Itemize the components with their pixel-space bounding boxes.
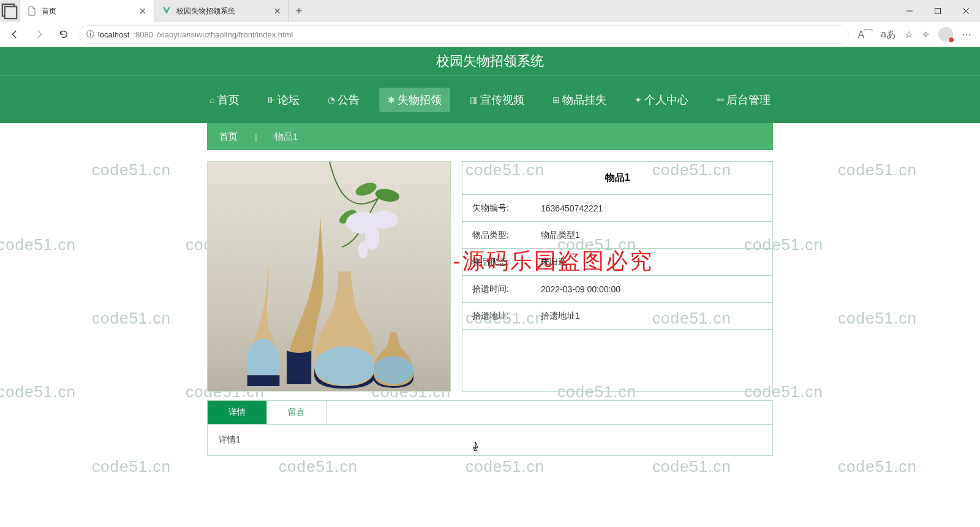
watermark: code51.cn — [838, 457, 917, 476]
nav-lost-found[interactable]: ✱失物招领 — [379, 88, 450, 112]
info-label: 拾遗地址: — [462, 311, 541, 322]
info-row: 物品状态: 未归还 — [462, 249, 772, 276]
watermark: code51.cn — [279, 457, 358, 476]
video-icon: ▥ — [470, 95, 478, 105]
grid-icon: ⊞ — [552, 95, 560, 105]
breadcrumb: 首页 | 物品1 — [207, 123, 773, 150]
url-path: /xiaoyuansiwuzhaoling/front/index.html — [157, 30, 293, 39]
collections-icon[interactable]: ✧ — [922, 29, 930, 40]
nav-notice[interactable]: ◔公告 — [319, 88, 368, 112]
profile-icon[interactable] — [938, 27, 953, 42]
tab-detail[interactable]: 详情 — [208, 401, 267, 424]
nav-forum[interactable]: ⊪论坛 — [259, 88, 308, 112]
svg-rect-3 — [935, 9, 941, 14]
site-info-icon[interactable]: ⓘ — [86, 29, 94, 40]
translate-icon[interactable]: aあ — [881, 28, 896, 41]
nav-lostreport[interactable]: ⊞物品挂失 — [544, 88, 615, 112]
info-value: 1636450742221 — [541, 203, 772, 213]
info-label: 物品状态: — [462, 257, 541, 268]
cursor-icon — [472, 441, 481, 453]
vue-icon — [162, 6, 172, 16]
info-row: 拾遗时间: 2022-03-09 00:00:00 — [462, 276, 772, 303]
tab-title: 首页 — [42, 6, 134, 17]
url-host: localhost — [98, 30, 129, 39]
info-label: 物品类型: — [462, 230, 541, 241]
nav-home[interactable]: ⌂首页 — [201, 88, 247, 112]
nav-video[interactable]: ▥宣传视频 — [461, 88, 533, 112]
back-button[interactable] — [5, 25, 24, 44]
breadcrumb-current: 物品1 — [274, 131, 298, 143]
close-icon[interactable]: ✕ — [274, 6, 281, 16]
minimize-button[interactable] — [895, 0, 924, 22]
svg-point-10 — [371, 211, 398, 229]
watermark: code51.cn — [92, 457, 171, 476]
favorites-icon[interactable]: ☆ — [905, 29, 913, 40]
browser-tab[interactable]: 校园失物招领系统 ✕ — [154, 0, 289, 22]
page-icon — [27, 6, 37, 16]
tab-actions-icon[interactable] — [0, 0, 20, 22]
read-aloud-icon[interactable]: A⁀ — [858, 29, 872, 40]
svg-point-13 — [314, 346, 375, 385]
svg-rect-1 — [5, 6, 17, 18]
detail-tabs: 详情 留言 — [207, 400, 773, 424]
info-row: 失物编号: 1636450742221 — [462, 195, 772, 222]
browser-chrome: 首页 ✕ 校园失物招领系统 ✕ + ⓘ localhost:8080/xiaoy… — [0, 0, 980, 47]
watermark: code51.cn — [466, 457, 545, 476]
nav-profile[interactable]: ✦个人中心 — [626, 88, 697, 112]
close-icon[interactable]: ✕ — [139, 6, 146, 16]
person-icon: ✦ — [635, 95, 642, 105]
tab-comments[interactable]: 留言 — [267, 401, 326, 424]
info-row: 物品类型: 物品类型1 — [462, 222, 772, 249]
site-title: 校园失物招领系统 — [0, 47, 980, 75]
maximize-button[interactable] — [924, 0, 952, 22]
info-row: 拾遗地址: 拾遗地址1 — [462, 303, 772, 330]
info-value: 物品类型1 — [541, 230, 772, 241]
info-value: 2022-03-09 00:00:00 — [541, 284, 772, 294]
menu-icon[interactable]: ⋯ — [962, 29, 971, 40]
info-label: 失物编号: — [462, 203, 541, 214]
new-tab-button[interactable]: + — [289, 5, 309, 18]
info-label: 拾遗时间: — [462, 284, 541, 295]
breadcrumb-home[interactable]: 首页 — [219, 131, 238, 143]
refresh-button[interactable] — [54, 25, 74, 44]
info-value: 未归还 — [541, 257, 772, 268]
forward-button[interactable] — [29, 25, 49, 44]
svg-point-7 — [374, 187, 401, 203]
item-info-panel: 物品1 失物编号: 1636450742221 物品类型: 物品类型1 物品状态… — [462, 161, 773, 392]
link-icon: ⚯ — [717, 95, 724, 105]
watermark: code51.cn — [652, 457, 731, 476]
item-image — [207, 161, 451, 392]
info-value: 拾遗地址1 — [541, 311, 772, 322]
nav-admin[interactable]: ⚯后台管理 — [708, 88, 779, 112]
breadcrumb-sep: | — [255, 132, 257, 142]
main-nav: ⌂首页 ⊪论坛 ◔公告 ✱失物招领 ▥宣传视频 ⊞物品挂失 ✦个人中心 ⚯后台管… — [0, 75, 980, 123]
svg-point-14 — [374, 356, 414, 384]
tab-content: 详情1 — [207, 424, 773, 456]
notice-icon: ◔ — [328, 95, 335, 105]
forum-icon: ⊪ — [268, 95, 275, 105]
browser-tab-active[interactable]: 首页 ✕ — [20, 0, 154, 22]
home-icon: ⌂ — [209, 95, 214, 105]
tab-title: 校园失物招领系统 — [176, 6, 269, 17]
item-title: 物品1 — [462, 162, 772, 195]
lost-icon: ✱ — [388, 95, 395, 105]
svg-point-6 — [354, 180, 379, 198]
svg-point-12 — [358, 241, 368, 259]
close-button[interactable] — [952, 0, 980, 22]
url-port: :8080 — [133, 30, 153, 39]
address-bar[interactable]: ⓘ localhost:8080/xiaoyuansiwuzhaoling/fr… — [78, 25, 849, 44]
